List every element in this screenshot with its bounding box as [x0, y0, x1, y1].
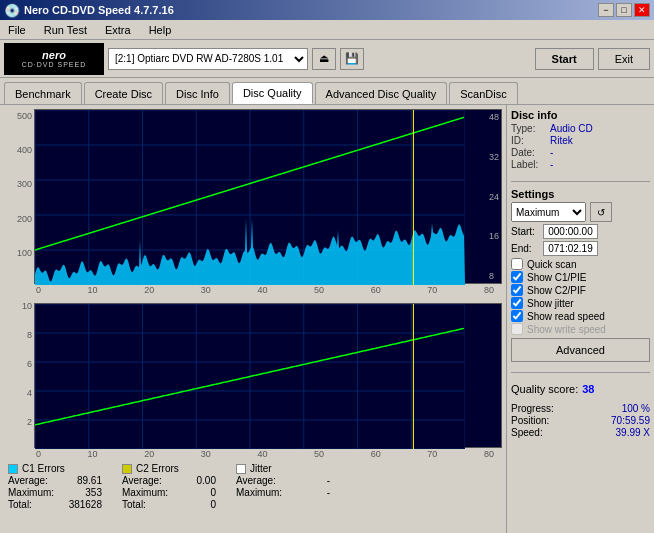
bot-chart-y2: 2 — [6, 417, 32, 427]
start-time-value: 000:00.00 — [543, 224, 598, 239]
show-jitter-row: Show jitter — [511, 297, 650, 309]
toolbar: nero CD·DVD SPEED [2:1] Optiarc DVD RW A… — [0, 40, 654, 78]
tab-benchmark[interactable]: Benchmark — [4, 82, 82, 104]
tab-create-disc[interactable]: Create Disc — [84, 82, 163, 104]
quick-scan-row: Quick scan — [511, 258, 650, 270]
menu-help[interactable]: Help — [145, 22, 176, 38]
speed-label: Speed: — [511, 427, 543, 438]
progress-section: Progress: 100 % Position: 70:59.59 Speed… — [511, 403, 650, 439]
type-value: Audio CD — [550, 123, 593, 134]
start-time-row: Start: 000:00.00 — [511, 224, 650, 239]
date-key: Date: — [511, 147, 546, 158]
chart-area: 500 400 300 200 100 483224168 0102030405… — [0, 105, 506, 533]
show-read-speed-checkbox[interactable] — [511, 310, 523, 322]
end-time-row: End: 071:02.19 — [511, 241, 650, 256]
bot-chart-y6: 6 — [6, 359, 32, 369]
quick-scan-checkbox[interactable] — [511, 258, 523, 270]
top-chart-y300: 300 — [6, 179, 32, 189]
c2-average: 0.00 — [176, 475, 216, 486]
title-bar: 💿 Nero CD-DVD Speed 4.7.7.16 − □ ✕ — [0, 0, 654, 20]
menu-bar: File Run Test Extra Help — [0, 20, 654, 40]
start-time-label: Start: — [511, 226, 539, 237]
id-value: Ritek — [550, 135, 573, 146]
legend-c1: C1 Errors Average:89.61 Maximum:353 Tota… — [8, 463, 102, 510]
tab-scan-disc[interactable]: ScanDisc — [449, 82, 517, 104]
label-value: - — [550, 159, 553, 170]
settings-section: Settings Maximum 8x 16x 32x 40x 48x 52x … — [511, 188, 650, 362]
menu-extra[interactable]: Extra — [101, 22, 135, 38]
id-key: ID: — [511, 135, 546, 146]
speed-row: Maximum 8x 16x 32x 40x 48x 52x ↺ — [511, 202, 650, 222]
label-key: Label: — [511, 159, 546, 170]
right-panel: Disc info Type:Audio CD ID:Ritek Date:- … — [506, 105, 654, 533]
type-key: Type: — [511, 123, 546, 134]
top-chart-y500: 500 — [6, 111, 32, 121]
c2-label: C2 Errors — [136, 463, 179, 474]
quality-score-row: Quality score: 38 — [511, 383, 650, 395]
end-time-value: 071:02.19 — [543, 241, 598, 256]
jitter-average: - — [290, 475, 330, 486]
progress-label: Progress: — [511, 403, 554, 414]
show-c1pie-label: Show C1/PIE — [527, 272, 586, 283]
settings-title: Settings — [511, 188, 650, 200]
show-c1pie-checkbox[interactable] — [511, 271, 523, 283]
speed-select[interactable]: Maximum 8x 16x 32x 40x 48x 52x — [511, 202, 586, 222]
speed-value: 39.99 X — [616, 427, 650, 438]
top-chart-y200: 200 — [6, 214, 32, 224]
save-icon[interactable]: 💾 — [340, 48, 364, 70]
c1-label: C1 Errors — [22, 463, 65, 474]
c1-total: 381628 — [62, 499, 102, 510]
top-chart-right-labels: 483224168 — [489, 110, 499, 283]
jitter-color-box — [236, 464, 246, 474]
c2-color-box — [122, 464, 132, 474]
show-jitter-checkbox[interactable] — [511, 297, 523, 309]
start-button[interactable]: Start — [535, 48, 594, 70]
menu-file[interactable]: File — [4, 22, 30, 38]
c1-average: 89.61 — [62, 475, 102, 486]
divider-2 — [511, 372, 650, 373]
legend-area: C1 Errors Average:89.61 Maximum:353 Tota… — [4, 459, 502, 514]
position-label: Position: — [511, 415, 549, 426]
close-button[interactable]: ✕ — [634, 3, 650, 17]
position-value: 70:59.59 — [611, 415, 650, 426]
c2-maximum: 0 — [176, 487, 216, 498]
jitter-maximum: - — [290, 487, 330, 498]
bot-chart-y10: 10 — [6, 301, 32, 311]
disc-info-title: Disc info — [511, 109, 650, 121]
show-read-speed-label: Show read speed — [527, 311, 605, 322]
show-write-speed-row: Show write speed — [511, 323, 650, 335]
menu-run-test[interactable]: Run Test — [40, 22, 91, 38]
divider-1 — [511, 181, 650, 182]
window-title: Nero CD-DVD Speed 4.7.7.16 — [24, 4, 174, 16]
nero-logo: nero CD·DVD SPEED — [4, 43, 104, 75]
tab-disc-quality[interactable]: Disc Quality — [232, 82, 313, 104]
minimize-button[interactable]: − — [598, 3, 614, 17]
c2-total: 0 — [176, 499, 216, 510]
jitter-label: Jitter — [250, 463, 272, 474]
exit-button[interactable]: Exit — [598, 48, 650, 70]
show-write-speed-label: Show write speed — [527, 324, 606, 335]
disc-info-section: Disc info Type:Audio CD ID:Ritek Date:- … — [511, 109, 650, 171]
legend-jitter: Jitter Average:- Maximum:- — [236, 463, 330, 498]
drive-select[interactable]: [2:1] Optiarc DVD RW AD-7280S 1.01 — [108, 48, 308, 70]
tab-advanced-disc-quality[interactable]: Advanced Disc Quality — [315, 82, 448, 104]
maximize-button[interactable]: □ — [616, 3, 632, 17]
show-c2pif-label: Show C2/PIF — [527, 285, 586, 296]
main-content: 500 400 300 200 100 483224168 0102030405… — [0, 105, 654, 533]
show-c2pif-checkbox[interactable] — [511, 284, 523, 296]
show-c2pif-row: Show C2/PIF — [511, 284, 650, 296]
c1-color-box — [8, 464, 18, 474]
tab-disc-info[interactable]: Disc Info — [165, 82, 230, 104]
advanced-button[interactable]: Advanced — [511, 338, 650, 362]
show-c1pie-row: Show C1/PIE — [511, 271, 650, 283]
top-chart-y400: 400 — [6, 145, 32, 155]
progress-value: 100 % — [622, 403, 650, 414]
show-write-speed-checkbox[interactable] — [511, 323, 523, 335]
refresh-button[interactable]: ↺ — [590, 202, 612, 222]
legend-c2: C2 Errors Average:0.00 Maximum:0 Total:0 — [122, 463, 216, 510]
eject-icon[interactable]: ⏏ — [312, 48, 336, 70]
top-chart-x-labels: 01020304050607080 — [4, 285, 502, 295]
tab-bar: Benchmark Create Disc Disc Info Disc Qua… — [0, 78, 654, 105]
quality-score-value: 38 — [582, 383, 594, 395]
end-time-label: End: — [511, 243, 539, 254]
